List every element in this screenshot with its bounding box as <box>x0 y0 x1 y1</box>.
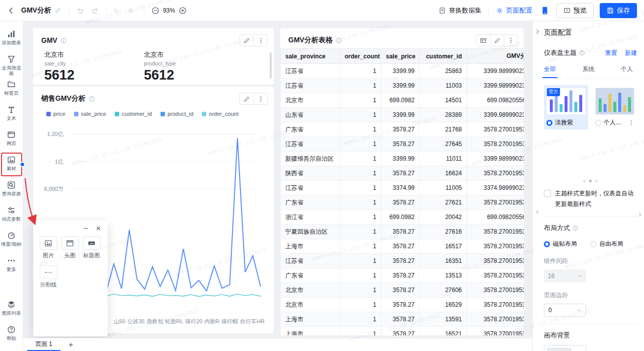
sidebar-item-dynamic-param[interactable]: 动态参数 <box>1 203 23 229</box>
table-row[interactable]: 广东省13578.27276213578.2700195312 <box>281 195 524 210</box>
edit-chart-icon[interactable] <box>490 35 504 46</box>
scrollbar[interactable] <box>270 52 272 79</box>
sidebar-item-material[interactable]: 素材 <box>1 153 23 178</box>
material-item-head-image[interactable]: 头图 <box>61 236 79 259</box>
help-icon[interactable] <box>573 225 579 231</box>
material-item-divider-line[interactable]: 分割线 <box>39 265 57 289</box>
table-row[interactable]: 山东省13399.99283893399.9899902343 <box>281 108 524 122</box>
auto-update-checkbox[interactable] <box>544 190 551 197</box>
legend-item-customer_id[interactable]: customer_id <box>115 111 152 117</box>
preview-button[interactable]: 预览 <box>556 3 594 18</box>
sidebar-item-more[interactable]: 更多 <box>1 254 23 279</box>
carousel-left-icon[interactable] <box>535 209 540 215</box>
layout-option-1[interactable]: 磁贴布局 <box>544 240 577 248</box>
table-row[interactable]: 江苏省13399.99110033399.9899902343 <box>281 79 524 93</box>
gmv-indicator-card[interactable]: GMV 北京市sale_city5612北京市product_type5612 <box>33 28 274 85</box>
zoom-out-icon[interactable] <box>151 7 159 15</box>
legend-item-price[interactable]: price <box>46 111 65 117</box>
more-actions-icon[interactable] <box>254 93 267 104</box>
frame-icon[interactable] <box>129 7 137 15</box>
table-row[interactable]: 北京市13578.27276063578.2700195312 <box>281 283 524 298</box>
sidebar-item-tab-page[interactable]: 标签页 <box>1 78 23 103</box>
table-row[interactable]: 江苏省13578.27276453578.2700195312 <box>281 137 524 152</box>
add-page-icon[interactable]: + <box>68 341 73 349</box>
table-container[interactable]: sale_provinceorder_countsale_pricecustom… <box>280 48 524 335</box>
sidebar-item-webpage[interactable]: 网页 <box>1 128 23 153</box>
legend-item-sale_price[interactable]: sale_price <box>74 111 106 117</box>
edit-chart-icon[interactable] <box>240 93 254 104</box>
reset-theme-link[interactable]: 重置 <box>605 49 617 56</box>
column-header[interactable]: GMV分析 <box>467 49 524 64</box>
column-header[interactable]: order_count <box>340 49 381 64</box>
dashboard-canvas[interactable]: GMV 北京市sale_city5612北京市product_type5612 … <box>23 21 532 351</box>
theme-tab-2[interactable]: 系统 <box>583 65 595 74</box>
table-row[interactable]: 陕西省13578.27166243578.2700195312 <box>281 166 524 181</box>
help-icon[interactable] <box>579 50 585 56</box>
table-row[interactable]: 新疆维吾尔自治区13399.99110113399.9899902343 <box>281 152 524 166</box>
auto-update-row[interactable]: 主题样式更新时，仪表盘自动更新最新样式 <box>544 188 637 209</box>
info-icon[interactable] <box>60 37 67 44</box>
save-button[interactable]: 保存 <box>600 3 637 18</box>
table-row[interactable]: 江苏省13578.27163513578.2700195312 <box>281 254 524 268</box>
theme-menu-icon[interactable] <box>628 119 634 126</box>
sidebar-item-query-container[interactable]: 查询容器 <box>1 178 23 203</box>
back-icon[interactable] <box>7 7 15 15</box>
close-icon[interactable] <box>95 225 102 232</box>
component-spacing-select[interactable]: 16 <box>544 269 586 283</box>
theme-radio[interactable] <box>546 120 552 126</box>
canvas-background-input[interactable] <box>544 345 586 351</box>
theme-tab-1[interactable]: 全部 <box>544 65 556 74</box>
undo-icon[interactable] <box>76 7 84 15</box>
copy-icon[interactable] <box>114 7 122 15</box>
info-icon[interactable] <box>336 37 342 44</box>
collapse-panel-icon[interactable] <box>534 29 540 35</box>
table-row[interactable]: 浙江省1699.098220042699.0982055664 <box>281 210 524 225</box>
layout-option-2[interactable]: 自由布局 <box>590 240 623 248</box>
more-actions-icon[interactable] <box>254 35 267 46</box>
table-row[interactable]: 广东省13578.27135133578.2700195312 <box>281 268 524 283</box>
material-item-image[interactable]: 图片 <box>39 236 57 259</box>
theme-card-1[interactable]: 官方淡雅紫 <box>544 85 588 129</box>
sidebar-item-layer-list[interactable]: 图层列表 <box>1 298 23 323</box>
replace-dataset-button[interactable]: 替换数据集 <box>439 6 481 15</box>
page-tab[interactable]: 页面 1 <box>27 338 60 351</box>
table-row[interactable]: 上海市13578.27165213578.2700195312 <box>281 327 524 336</box>
table-row[interactable]: 江苏省13399.99258633399.9899902343 <box>281 64 524 79</box>
edit-chart-icon[interactable] <box>240 35 254 46</box>
column-header[interactable]: customer_id <box>420 49 467 64</box>
column-header[interactable]: sale_price <box>381 49 420 64</box>
material-item-title-image[interactable]: Title标题图 <box>83 236 101 259</box>
carousel-right-icon[interactable] <box>637 212 642 218</box>
table-row[interactable]: 宁夏回族自治区13578.27276163578.2700195312 <box>281 225 524 239</box>
table-row[interactable]: 广东省13578.27217683578.2700195312 <box>281 122 524 137</box>
material-panel[interactable]: 图片头图Title标题图分割线 <box>33 221 108 336</box>
sidebar-item-dimension-metric[interactable]: 维度/指标 <box>1 229 23 254</box>
page-config-button[interactable]: 页面配置 <box>496 6 532 15</box>
legend-item-product_id[interactable]: product_id <box>160 111 193 117</box>
gmv-table-card[interactable]: GMV分析表格 sale_provinceorder_countsale_pri… <box>280 28 524 335</box>
more-actions-icon[interactable] <box>504 35 517 46</box>
new-theme-link[interactable]: 新建 <box>625 49 637 56</box>
edit-title-icon[interactable] <box>55 7 61 14</box>
sidebar-item-help[interactable]: 帮助 <box>1 323 23 348</box>
mobile-preview-icon[interactable] <box>540 6 549 15</box>
page-margin-select[interactable]: 0 <box>544 304 586 317</box>
theme-card-2[interactable]: 个人... <box>593 85 637 129</box>
theme-radio[interactable] <box>595 120 601 126</box>
table-row[interactable]: 上海市13578.27165173578.2700195312 <box>281 239 524 254</box>
table-row[interactable]: 江苏省13374.99110053374.9899902343 <box>281 181 524 195</box>
column-header[interactable]: sale_province <box>281 49 340 64</box>
redo-icon[interactable] <box>91 7 99 15</box>
theme-tab-3[interactable]: 个人 <box>621 65 633 74</box>
view-data-icon[interactable] <box>476 35 490 46</box>
sidebar-item-text[interactable]: 文本 <box>1 103 23 128</box>
info-icon[interactable] <box>89 96 95 102</box>
table-row[interactable]: 上海市13578.27135913578.2700195312 <box>281 312 524 327</box>
legend-item-order_count[interactable]: order_count <box>202 111 238 117</box>
sidebar-item-add-chart[interactable]: 添加图表 <box>1 27 23 52</box>
minimize-icon[interactable] <box>83 225 89 232</box>
carousel-dots[interactable] <box>544 180 637 182</box>
table-row[interactable]: 北京市13578.27165293578.2700195312 <box>281 298 524 312</box>
zoom-in-icon[interactable] <box>179 7 187 15</box>
table-row[interactable]: 北京市1699.098214501699.0982055664 <box>281 93 524 108</box>
